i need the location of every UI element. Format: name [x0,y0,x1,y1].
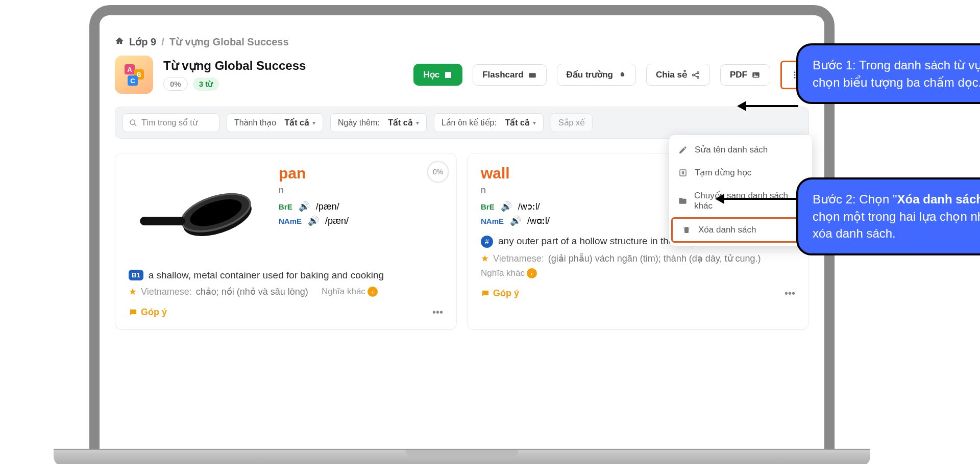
pdf-button[interactable]: PDF [720,64,770,86]
audio-icon[interactable]: 🔊 [308,215,319,226]
more-menu-dropdown: Sửa tên danh sách Tạm dừng học Chuyển sa… [669,135,812,246]
breadcrumb: Lớp 9 / Từ vựng Global Success [115,36,809,48]
vietnamese-def: chảo; nồi (nhỏ và sâu lòng) [196,286,308,297]
phonetic-bre: /wɔːl/ [518,201,540,212]
svg-text:C: C [130,77,135,85]
filter-bar: Tìm trong sổ từ Thành thạo Tất cả ▾ Ngày… [115,107,809,139]
home-icon[interactable] [115,36,124,48]
cards-icon [528,70,537,80]
list-thumbnail: A B C [115,56,153,94]
vietnamese-def: (giải phẫu) vách ngăn (tim); thành (dạ d… [548,253,761,264]
learn-button[interactable]: Học [413,64,462,86]
chevron-down-icon: ▾ [416,119,419,126]
image-icon [751,70,761,80]
chevron-down-icon: ▾ [312,119,315,126]
laptop-base [54,449,870,464]
progress-pill: 0% [163,77,188,91]
level-badge: B1 [129,270,143,280]
word-image [121,156,275,279]
svg-rect-17 [682,171,683,174]
pencil-icon [678,145,688,154]
definition: a shallow, metal container used for baki… [149,270,384,281]
word-pos: n [279,185,349,196]
chat-icon [481,289,490,298]
card-more-button[interactable]: ••• [785,288,795,299]
app-screen: Lớp 9 / Từ vựng Global Success A B C [100,15,824,449]
chevron-down-icon: ▾ [533,119,536,126]
svg-point-15 [130,120,135,124]
svg-point-13 [794,74,796,75]
menu-move[interactable]: Chuyển sang danh sách khác [669,184,812,217]
search-icon [129,119,137,127]
audio-icon[interactable]: 🔊 [299,201,310,212]
name-label: NAmE [481,217,504,225]
date-added-filter[interactable]: Ngày thêm: Tất cả ▾ [330,113,427,132]
next-review-filter[interactable]: Lần ôn kế tiếp: Tất cả ▾ [434,113,544,132]
svg-point-11 [754,73,755,74]
bre-label: BrE [481,202,495,211]
play-icon [444,70,453,80]
menu-rename[interactable]: Sửa tên danh sách [669,138,812,161]
breadcrumb-level[interactable]: Lớp 9 [129,36,156,48]
sort-filter[interactable]: Sắp xế [551,113,593,132]
feedback-link[interactable]: Góp ý [481,288,519,299]
card-progress: 0% [427,161,449,183]
word-count-pill: 3 từ [193,78,219,91]
phonetic-name: /pæn/ [325,216,349,226]
definition: any outer part of a hollow structure in … [498,236,698,247]
star-icon: ★ [481,253,489,264]
word-headword: pan [279,165,349,182]
tutorial-callout-2: Bước 2: Chọn "Xóa danh sách", sau đó chọ… [796,177,980,255]
share-icon [691,70,700,80]
svg-point-14 [794,76,796,78]
search-input[interactable]: Tìm trong sổ từ [122,113,219,132]
fire-icon [617,70,626,80]
breadcrumb-current: Từ vựng Global Success [169,36,289,48]
trash-icon [682,225,691,235]
word-card-pan: 0% pan n [115,153,457,330]
chat-icon [129,308,138,317]
other-meanings[interactable]: Nghĩa khác ‹ [481,268,537,278]
pause-icon [678,168,688,177]
svg-rect-16 [680,170,686,176]
other-meanings[interactable]: Nghĩa khác ‹ [322,287,378,297]
svg-rect-6 [529,73,536,78]
card-more-button[interactable]: ••• [432,306,443,318]
share-button[interactable]: Chia sẻ [646,64,710,86]
chevron-left-icon: ‹ [527,268,537,278]
arena-button[interactable]: Đấu trường [557,64,636,86]
audio-icon[interactable]: 🔊 [501,201,512,212]
menu-pause[interactable]: Tạm dừng học [669,161,812,184]
tutorial-callout-1: Bước 1: Trong danh sách từ vựng cần xóa,… [796,43,980,104]
svg-point-12 [794,71,796,73]
mastery-filter[interactable]: Thành thạo Tất cả ▾ [227,113,323,132]
menu-delete[interactable]: Xóa danh sách [671,217,810,243]
audio-icon[interactable]: 🔊 [510,215,521,226]
svg-rect-22 [140,217,185,225]
flashcard-button[interactable]: Flashcard [473,64,546,86]
name-label: NAmE [279,217,302,225]
folder-icon [678,196,687,205]
page-title: Từ vựng Global Success [163,59,306,73]
feedback-link[interactable]: Góp ý [129,307,167,318]
hash-badge: # [481,236,493,248]
phonetic-name: /wɑːl/ [527,215,550,226]
phonetic-bre: /pæn/ [316,201,339,212]
svg-rect-18 [683,171,684,174]
svg-text:A: A [127,66,132,73]
star-icon: ★ [129,286,137,297]
chevron-left-icon: ‹ [368,287,378,297]
bre-label: BrE [279,202,292,211]
